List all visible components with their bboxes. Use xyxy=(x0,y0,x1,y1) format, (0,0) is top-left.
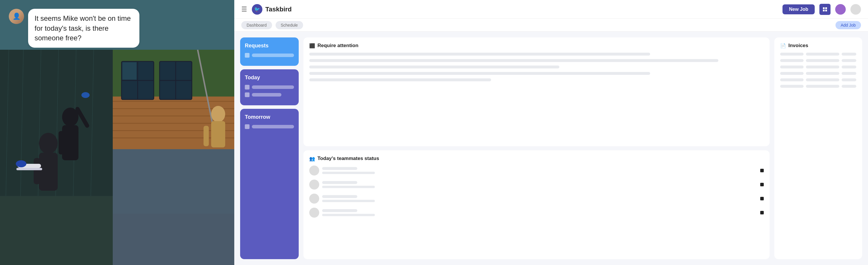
invoice-amount-5 xyxy=(806,78,839,81)
requests-card[interactable]: Requests xyxy=(240,37,299,66)
attention-line-5 xyxy=(309,78,491,81)
photo-house-cleaning xyxy=(113,50,234,149)
teammate-info-4 xyxy=(322,209,757,216)
invoices-title: 📄 Invoices xyxy=(780,43,856,48)
svg-rect-11 xyxy=(73,131,79,155)
teammate-info-1 xyxy=(322,167,757,174)
teammate-avatar-4 xyxy=(309,208,319,218)
chat-bubble-1: It seems Mike won't be on time for today… xyxy=(28,9,140,48)
teammate-avatar-3 xyxy=(309,194,319,204)
svg-rect-43 xyxy=(825,7,827,9)
logo-area: 🐦 Taskbird xyxy=(252,4,292,14)
taskbird-app: ☰ 🐦 Taskbird New Job Dashboard Schedule … xyxy=(234,0,868,265)
attention-line-3 xyxy=(309,66,559,68)
photos-area: 8:30 AM MON, JAN 22 Request for Window c… xyxy=(0,50,234,265)
sub-nav-add-job[interactable]: Add Job xyxy=(836,21,861,29)
requests-placeholder-bar xyxy=(252,54,294,57)
cards-sidebar: Requests Today Tomor xyxy=(240,37,299,259)
today-title: Today xyxy=(245,75,294,81)
invoice-amount-4 xyxy=(806,72,839,75)
teammate-avatar-2 xyxy=(309,179,319,190)
teammate-info-2 xyxy=(322,181,757,188)
teammates-title: 👥 Today's teammates status xyxy=(309,156,764,161)
svg-point-37 xyxy=(211,106,225,122)
teammate-name-2 xyxy=(322,181,357,184)
teammates-icon: 👥 xyxy=(309,156,315,161)
invoices-icon: 📄 xyxy=(780,43,786,48)
teammate-row-4 xyxy=(309,208,764,218)
sub-nav-schedule[interactable]: Schedule xyxy=(276,21,303,29)
svg-rect-39 xyxy=(204,126,209,146)
cleaners-svg xyxy=(0,50,113,265)
teammate-action-2[interactable] xyxy=(760,183,764,186)
invoice-amount-3 xyxy=(806,66,839,68)
requests-placeholder-square xyxy=(245,53,249,58)
tomorrow-placeholder-bar xyxy=(252,125,294,128)
teammate-action-1[interactable] xyxy=(760,169,764,172)
invoice-row-5 xyxy=(780,78,856,81)
invoice-status-6 xyxy=(842,85,856,88)
main-content: Requests Today Tomor xyxy=(234,32,868,265)
teammate-name-1 xyxy=(322,167,357,170)
invoice-status-2 xyxy=(842,59,856,62)
tomorrow-title: Tomorrow xyxy=(245,114,294,120)
svg-rect-15 xyxy=(39,153,58,191)
svg-point-13 xyxy=(82,92,90,98)
invoice-name-6 xyxy=(780,85,804,88)
invoice-name-3 xyxy=(780,66,804,68)
requests-placeholder-row-1 xyxy=(245,53,294,58)
today-card[interactable]: Today xyxy=(240,69,299,105)
svg-rect-16 xyxy=(34,158,40,184)
today-placeholder-bar-2 xyxy=(252,93,281,97)
invoice-row-6 xyxy=(780,85,856,88)
invoice-status-1 xyxy=(842,53,856,56)
hamburger-icon[interactable]: ☰ xyxy=(241,6,247,13)
invoice-name-5 xyxy=(780,78,804,81)
square-icon xyxy=(823,7,827,12)
cleaners-image xyxy=(0,50,113,265)
avatar-face-user1: 👤 xyxy=(9,9,24,24)
teammate-row-3 xyxy=(309,194,764,204)
invoice-status-3 xyxy=(842,66,856,68)
invoice-name-4 xyxy=(780,72,804,75)
attention-line-1 xyxy=(309,53,650,56)
teammate-status-1 xyxy=(322,172,375,174)
photo-right-stack: 8:30 AM MON, JAN 22 Request for Window c… xyxy=(113,50,234,265)
teammate-name-4 xyxy=(322,209,357,212)
invoice-status-5 xyxy=(842,78,856,81)
svg-rect-41 xyxy=(113,149,234,213)
invoice-row-4 xyxy=(780,72,856,75)
teammate-status-4 xyxy=(322,214,375,216)
teammate-status-2 xyxy=(322,186,375,188)
today-placeholder-bar-1 xyxy=(252,86,294,89)
invoice-amount-1 xyxy=(806,53,839,56)
user-avatar-secondary[interactable] xyxy=(850,4,861,14)
teammate-avatar-1 xyxy=(309,166,319,175)
svg-rect-23 xyxy=(113,101,234,102)
teammate-action-4[interactable] xyxy=(760,211,764,214)
teammate-info-3 xyxy=(322,195,757,202)
requests-title: Requests xyxy=(245,43,294,49)
attention-line-4 xyxy=(309,72,650,75)
new-job-button[interactable]: New Job xyxy=(782,4,815,14)
sub-nav: Dashboard Schedule Add Job xyxy=(234,19,868,32)
left-panel: 👤 It seems Mike won't be on time for tod… xyxy=(0,0,234,265)
sub-nav-dashboard[interactable]: Dashboard xyxy=(241,21,272,29)
attention-line-2 xyxy=(309,59,718,62)
svg-rect-10 xyxy=(59,131,64,155)
svg-point-19 xyxy=(16,160,26,167)
today-placeholder-row-1 xyxy=(245,85,294,90)
middle-panel: ⬛ Require attention 👥 Today's teammates … xyxy=(303,37,770,259)
tomorrow-card[interactable]: Tomorrow xyxy=(240,109,299,259)
photo-bottom-schedule: 8:30 AM MON, JAN 22 Request for Window c… xyxy=(113,149,234,265)
invoice-row-2 xyxy=(780,59,856,62)
teammate-status-3 xyxy=(322,200,375,202)
user-avatar-primary[interactable] xyxy=(835,4,846,14)
avatar-user1: 👤 xyxy=(9,9,24,24)
nav-square-icon[interactable] xyxy=(819,4,831,15)
teammate-name-3 xyxy=(322,195,357,198)
teammate-action-3[interactable] xyxy=(760,197,764,200)
teammates-card: 👥 Today's teammates status xyxy=(303,150,770,259)
invoice-amount-2 xyxy=(806,59,839,62)
invoice-name-1 xyxy=(780,53,804,56)
